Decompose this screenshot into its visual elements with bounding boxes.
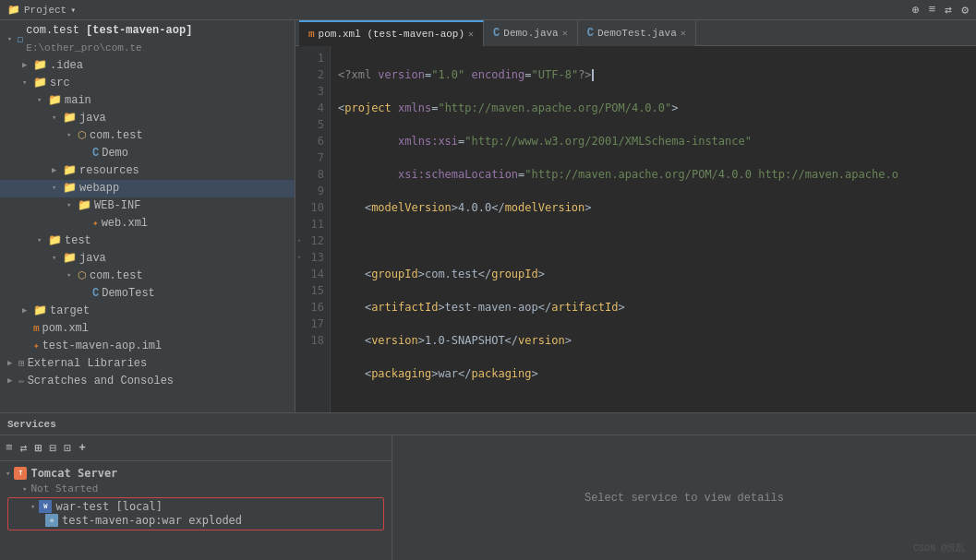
tree-item-extlibs[interactable]: ▶ ⊞ External Libraries [0,355,295,373]
arrow-main: ▾ [37,92,48,110]
services-not-started: ▾ Not Started [4,482,388,495]
folder-icon-main: 📁 [48,92,62,110]
sidebar-tree: ▾ ◻ com.test [test-maven-aop] E:\other_p… [0,20,295,412]
settings-icon[interactable]: ⚙ [961,3,969,18]
tomcat-arrow: ▾ [6,469,10,478]
list-icon[interactable]: ≡ [929,3,936,17]
sort-icon[interactable]: ⇄ [945,3,952,18]
webapp-label: webapp [79,180,119,197]
tree-item-comtest-main[interactable]: ▾ ⬡ com.test [0,127,295,145]
pom-icon: m [33,320,40,338]
target-label: target [50,303,90,320]
tab-pom[interactable]: m pom.xml (test-maven-aop) ✕ [299,20,484,46]
folder-icon-webinf: 📁 [78,197,91,215]
extlibs-icon: ⊞ [18,355,25,373]
services-btn-filter[interactable]: ⊟ [49,441,56,456]
arrow-src: ▾ [22,75,33,92]
demo-label: Demo [102,145,128,162]
services-war-test-item[interactable]: ▾ W war-test [local] [12,500,380,513]
tree-item-test[interactable]: ▾ 📁 test [0,232,295,250]
tree-item-java-main[interactable]: ▾ 📁 java [0,110,295,127]
tree-item-java-test[interactable]: ▾ 📁 java [0,250,295,268]
arrow-target: ▶ [22,303,33,320]
services-body: ≡ ⇄ ⊞ ⊟ ⊡ + ▾ T Tomcat Server ▾ Not Star… [0,435,976,560]
watermark: CSDN @慌乱 [913,542,965,554]
src-label: src [50,75,70,92]
arrow-java-main: ▾ [52,110,63,127]
arrow-idea: ▶ [22,57,33,75]
iml-icon: ✦ [33,338,40,355]
tree-item-webxml[interactable]: ✦ web.xml [0,215,295,232]
tab-demo[interactable]: C Demo.java ✕ [484,20,578,46]
tab-demotest-label: DemoTest.java [597,28,677,39]
services-left-panel: ≡ ⇄ ⊞ ⊟ ⊡ + ▾ T Tomcat Server ▾ Not Star… [0,435,392,560]
services-right-panel: Select service to view details [392,435,976,560]
arrow-scratches: ▶ [7,373,18,390]
tree-item-demo[interactable]: C Demo [0,145,295,162]
add-icon[interactable]: ⊕ [912,3,920,18]
services-btn-group[interactable]: ⊞ [35,441,42,456]
tree-item-iml[interactable]: ✦ test-maven-aop.iml [0,338,295,355]
scratches-label: Scratches and Consoles [28,373,174,390]
tree-item-resources[interactable]: ▶ 📁 resources [0,162,295,180]
tree-item-module[interactable]: ▾ ◻ com.test [test-maven-aop] E:\other_p… [0,22,295,57]
tab-demo-label: Demo.java [503,28,558,39]
tree-item-target[interactable]: ▶ 📁 target [0,303,295,320]
services-btn-settings[interactable]: ⊡ [64,441,71,456]
not-started-arrow: ▾ [22,484,27,494]
services-placeholder: Select service to view details [584,492,784,505]
webinf-label: WEB-INF [94,197,140,215]
folder-icon-java-main: 📁 [63,110,77,127]
package-icon-main: ⬡ [78,127,87,145]
resources-label: resources [79,162,139,180]
pom-label: pom.xml [42,320,89,338]
services-btn-sort[interactable]: ⇄ [20,441,28,456]
arrow-webinf: ▾ [66,197,78,215]
services-header: Services [0,413,976,435]
folder-icon-target: 📁 [33,303,47,320]
tree-item-src[interactable]: ▾ 📁 src [0,75,295,92]
tab-demotest-close[interactable]: ✕ [681,28,686,39]
extlibs-label: External Libraries [28,355,148,373]
tree-item-idea[interactable]: ▶ 📁 .idea [0,57,295,75]
project-icon: 📁 [7,4,20,16]
arrow-comtest-main: ▾ [66,127,78,145]
services-btn-align[interactable]: ≡ [6,441,13,455]
package-icon-test: ⬡ [78,268,87,285]
iml-label: test-maven-aop.iml [42,338,163,355]
services-title: Services [7,419,56,430]
tree-item-webapp[interactable]: ▾ 📁 webapp [0,180,295,197]
tab-demotest[interactable]: C DemoTest.java ✕ [578,20,696,46]
tree-item-main[interactable]: ▾ 📁 main [0,92,295,110]
tab-pom-close[interactable]: ✕ [468,29,474,40]
test-label: test [65,232,91,250]
tree-item-webinf[interactable]: ▾ 📁 WEB-INF [0,197,295,215]
tab-demotest-icon: C [587,27,594,40]
code-editor[interactable]: 1 2 3 4 5 6 7 8 9 10 11 12▾ 13▾ 14 15 16… [295,46,976,412]
tree-item-comtest-test[interactable]: ▾ ⬡ com.test [0,268,295,285]
topbar-dropdown-arrow[interactable]: ▾ [70,5,76,16]
tree-item-pom[interactable]: m pom.xml [0,320,295,338]
scratches-icon: ✏ [18,373,25,390]
services-artifact-item[interactable]: ⚙ test-maven-aop:war exploded [12,513,380,528]
services-btn-add[interactable]: + [78,441,86,455]
main-label: main [65,92,91,110]
comtest-main-label: com.test [90,127,143,145]
services-tomcat-item[interactable]: ▾ T Tomcat Server [4,465,388,482]
tab-pom-icon: m [308,29,315,40]
sidebar: ▾ ◻ com.test [test-maven-aop] E:\other_p… [0,20,295,412]
tree-item-demotest[interactable]: C DemoTest [0,285,295,303]
demo-class-icon: C [92,145,99,162]
editor-area: m pom.xml (test-maven-aop) ✕ C Demo.java… [295,20,976,412]
module-icon: ◻ [18,31,24,49]
tree-item-scratches[interactable]: ▶ ✏ Scratches and Consoles [0,373,295,390]
artifact-icon: ⚙ [45,514,58,527]
demotest-class-icon: C [92,285,99,303]
tab-demo-close[interactable]: ✕ [562,28,568,39]
comtest-test-label: com.test [90,268,143,285]
java-test-label: java [79,250,106,268]
arrow-module: ▾ [7,31,18,49]
code-content[interactable]: <?xml version="1.0" encoding="UTF-8"?> <… [331,46,976,412]
idea-label: .idea [50,57,83,75]
tab-bar: m pom.xml (test-maven-aop) ✕ C Demo.java… [295,20,976,46]
